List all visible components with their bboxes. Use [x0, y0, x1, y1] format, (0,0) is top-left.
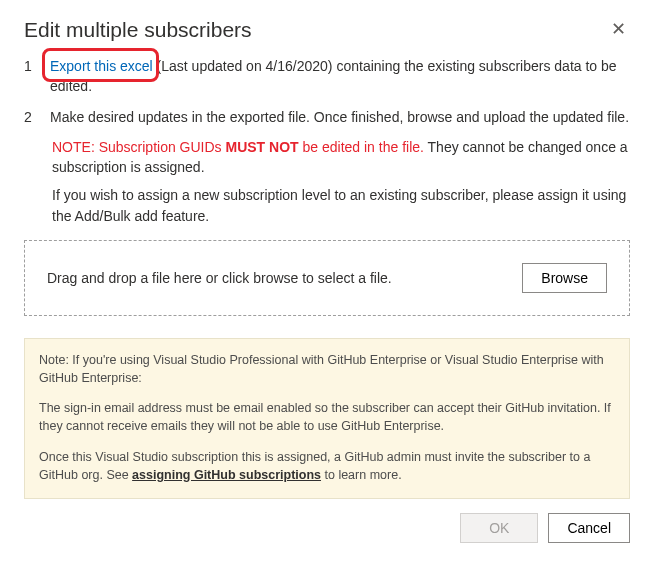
export-excel-link[interactable]: Export this excel [50, 58, 153, 74]
step-2: 2 Make desired updates in the exported f… [24, 107, 630, 127]
note-red-prefix: NOTE: Subscription GUIDs [52, 139, 226, 155]
dialog-footer: OK Cancel [24, 513, 630, 543]
ok-button: OK [460, 513, 538, 543]
step-2-body: Make desired updates in the exported fil… [50, 107, 630, 127]
info-p1: Note: If you're using Visual Studio Prof… [39, 351, 615, 387]
note-red-strong: MUST NOT [226, 139, 299, 155]
info-p3: Once this Visual Studio subscription thi… [39, 448, 615, 484]
step-1-number: 1 [24, 56, 34, 97]
dialog-title: Edit multiple subscribers [24, 18, 252, 42]
browse-button[interactable]: Browse [522, 263, 607, 293]
info-p3-post: to learn more. [321, 468, 402, 482]
edit-subscribers-dialog: Edit multiple subscribers ✕ 1 Export thi… [0, 0, 654, 563]
assigning-github-link[interactable]: assigning GitHub subscriptions [132, 468, 321, 482]
step-2-extra: If you wish to assign a new subscription… [52, 185, 630, 226]
export-link-highlight: Export this excel [50, 56, 153, 76]
note-red-suffix: be edited in the file. [299, 139, 424, 155]
close-button[interactable]: ✕ [607, 18, 630, 40]
step-1: 1 Export this excel (Last updated on 4/1… [24, 56, 630, 97]
step-1-body: Export this excel (Last updated on 4/16/… [50, 56, 630, 97]
file-dropzone[interactable]: Drag and drop a file here or click brows… [24, 240, 630, 316]
cancel-button[interactable]: Cancel [548, 513, 630, 543]
step-2-text: Make desired updates in the exported fil… [50, 109, 629, 125]
step-2-note: NOTE: Subscription GUIDs MUST NOT be edi… [52, 137, 630, 178]
step-2-number: 2 [24, 107, 34, 127]
close-icon: ✕ [611, 19, 626, 39]
dialog-header: Edit multiple subscribers ✕ [24, 18, 630, 56]
info-p2: The sign-in email address must be email … [39, 399, 615, 435]
dropzone-text: Drag and drop a file here or click brows… [47, 270, 392, 286]
github-info-box: Note: If you're using Visual Studio Prof… [24, 338, 630, 499]
